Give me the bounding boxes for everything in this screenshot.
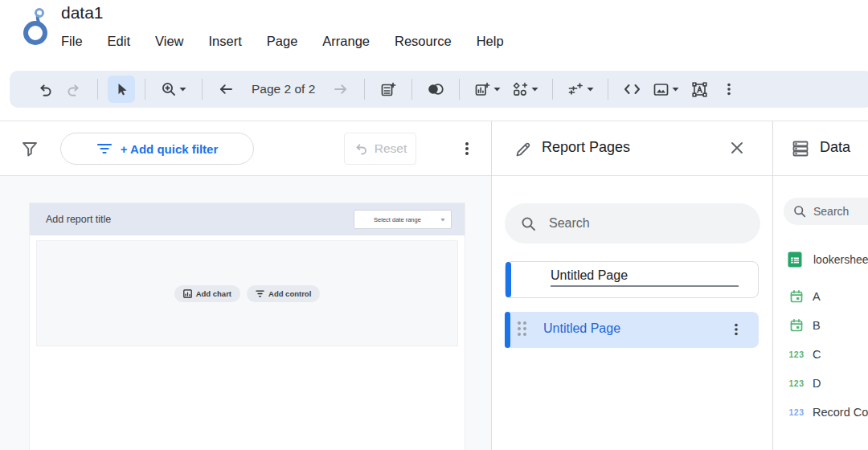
field-name: B <box>813 319 821 332</box>
data-source-row[interactable]: lookersheets <box>773 243 868 276</box>
add-page-button[interactable] <box>375 76 402 103</box>
field-name: D <box>813 377 821 390</box>
add-chart-label: Add chart <box>196 289 231 298</box>
data-panel: Data lookersheets A <box>773 121 868 450</box>
control-icon <box>256 289 264 298</box>
more-tools-button[interactable] <box>715 76 743 103</box>
chevron-down-icon <box>440 218 445 222</box>
page-indicator: Page 2 of 2 <box>252 82 315 96</box>
add-quick-filter-label: + Add quick filter <box>121 142 219 156</box>
date-range-label: Select date range <box>354 216 440 223</box>
report-title[interactable]: data1 <box>61 3 104 22</box>
previous-page-button[interactable] <box>212 76 240 103</box>
add-control-shortcut-button[interactable]: Add control <box>247 285 320 302</box>
menu-page[interactable]: Page <box>267 34 298 49</box>
page-more-icon[interactable] <box>730 317 754 342</box>
date-range-control[interactable]: Select date range <box>354 210 452 229</box>
community-visualizations-button[interactable] <box>507 76 542 103</box>
data-search-input[interactable] <box>813 205 868 218</box>
field-row[interactable]: 123 Record Count <box>773 398 868 427</box>
reset-label: Reset <box>375 141 407 156</box>
field-row[interactable]: 123 D <box>773 369 868 398</box>
calendar-icon <box>784 318 809 333</box>
field-name: Record Count <box>813 406 868 419</box>
page-list-item-editing[interactable] <box>505 261 759 298</box>
main-area: + Add quick filter Reset Add report titl… <box>0 121 868 450</box>
add-text-button[interactable] <box>686 76 713 103</box>
canvas-column: + Add quick filter Reset Add report titl… <box>0 121 492 450</box>
data-search-box[interactable] <box>784 198 868 225</box>
undo-button[interactable] <box>31 76 58 103</box>
add-control-label: Add control <box>268 289 311 298</box>
embed-url-button[interactable] <box>618 76 645 103</box>
add-chart-shortcut-button[interactable]: Add chart <box>174 285 240 302</box>
number-123-icon: 123 <box>784 407 809 417</box>
chart-placeholder-area: Add chart Add control <box>36 240 458 346</box>
toolbar-divider <box>97 79 98 100</box>
select-tool-button[interactable] <box>108 76 135 103</box>
menu-file[interactable]: File <box>61 34 83 49</box>
redo-button[interactable] <box>60 76 88 103</box>
filter-bar-more-icon[interactable] <box>455 133 479 165</box>
zoom-tool-button[interactable] <box>155 76 192 103</box>
page-name-input[interactable] <box>551 268 739 287</box>
add-control-button[interactable] <box>563 76 598 103</box>
toolbar: Page 2 of 2 <box>10 71 868 108</box>
field-name: A <box>813 290 821 303</box>
pencil-icon <box>514 141 532 158</box>
add-chart-button[interactable] <box>469 76 505 103</box>
page-name-label: Untitled Page <box>543 321 620 336</box>
pages-search-box[interactable] <box>505 203 760 243</box>
page-list-item-selected[interactable]: Untitled Page <box>505 312 759 348</box>
filter-funnel-icon[interactable] <box>21 140 39 158</box>
toolbar-divider <box>411 79 412 100</box>
reset-button[interactable]: Reset <box>344 133 416 165</box>
chart-icon <box>183 289 192 298</box>
report-pages-title: Report Pages <box>542 139 630 156</box>
number-123-icon: 123 <box>784 378 809 388</box>
report-page-sheet[interactable]: Add report title Select date range Add c… <box>30 203 465 450</box>
number-123-icon: 123 <box>784 350 809 359</box>
toolbar-divider <box>364 79 365 100</box>
report-title-placeholder[interactable]: Add report title <box>46 214 111 225</box>
menu-help[interactable]: Help <box>477 34 504 49</box>
looker-studio-logo-icon[interactable] <box>18 5 55 48</box>
page-active-bar <box>506 262 511 297</box>
menu-insert[interactable]: Insert <box>209 34 242 49</box>
search-icon <box>521 216 536 231</box>
search-icon <box>793 205 806 218</box>
toolbar-divider <box>552 79 553 100</box>
add-quick-filter-button[interactable]: + Add quick filter <box>60 133 254 165</box>
field-row[interactable]: A <box>773 282 868 311</box>
drag-handle-icon[interactable] <box>518 321 526 336</box>
menu-view[interactable]: View <box>155 34 183 49</box>
report-canvas: Add report title Select date range Add c… <box>0 176 491 450</box>
next-page-button[interactable] <box>327 76 354 103</box>
pages-search-input[interactable] <box>549 216 726 231</box>
menu-edit[interactable]: Edit <box>108 34 130 49</box>
add-image-button[interactable] <box>648 76 683 103</box>
field-name: C <box>813 348 821 361</box>
field-row[interactable]: 123 C <box>773 340 868 369</box>
filter-bar: + Add quick filter Reset <box>0 121 491 176</box>
looker-studio-app: data1 File Edit View Insert Page Arrange… <box>0 0 868 450</box>
data-panel-title: Data <box>820 139 850 156</box>
calendar-icon <box>784 289 809 304</box>
toolbar-divider <box>608 79 608 100</box>
toolbar-divider <box>202 79 203 100</box>
google-sheets-icon <box>787 252 803 268</box>
report-pages-panel: Report Pages Untitled Page <box>492 121 773 450</box>
field-row[interactable]: B <box>773 311 868 340</box>
report-pages-header: Report Pages <box>492 121 772 176</box>
menu-arrange[interactable]: Arrange <box>322 34 370 49</box>
data-panel-header: Data <box>773 121 868 176</box>
blend-data-button[interactable] <box>422 76 449 103</box>
close-icon[interactable] <box>729 140 745 156</box>
menu-resource[interactable]: Resource <box>395 34 452 49</box>
menu-bar: File Edit View Insert Page Arrange Resou… <box>61 34 504 49</box>
field-list: A B 123 C 123 D 123 Rec <box>773 282 868 427</box>
page-active-bar <box>505 312 510 348</box>
data-icon <box>791 139 810 158</box>
data-source-name: lookersheets <box>813 253 868 266</box>
app-header: data1 File Edit View Insert Page Arrange… <box>0 0 868 71</box>
